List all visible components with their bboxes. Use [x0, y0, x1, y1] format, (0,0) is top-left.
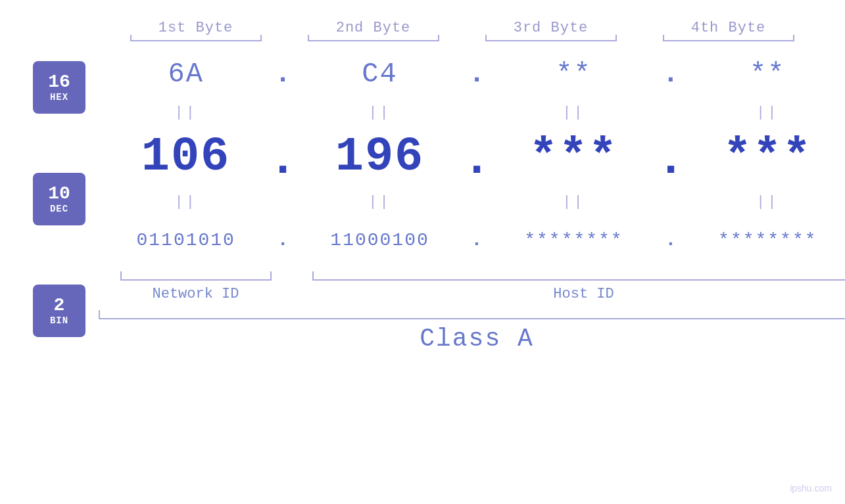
- equals-row-1: || || || ||: [99, 101, 845, 124]
- dec-cell-4: ***: [681, 130, 845, 184]
- base-badges-column: 16 HEX 10 DEC 2 BIN: [33, 48, 85, 337]
- hex-value-2: C4: [362, 58, 397, 90]
- bin-dot-2: .: [467, 230, 486, 250]
- equals-1-1: ||: [99, 104, 273, 121]
- byte-label-4: 4th Byte: [640, 20, 817, 36]
- hex-row: 6A . C4 . ** . **: [99, 48, 845, 101]
- class-label: Class A: [420, 325, 534, 353]
- hex-number: 16: [48, 72, 70, 93]
- equals-2-1: ||: [99, 194, 273, 210]
- id-labels-section: Network ID Host ID: [99, 271, 845, 302]
- equals-row-2: || || || ||: [99, 190, 845, 214]
- network-bracket-lines: [120, 271, 272, 281]
- bin-cell-1: 01101010: [99, 230, 273, 250]
- bin-number: 2: [54, 296, 65, 316]
- byte-label-1: 1st Byte: [107, 20, 285, 36]
- bracket-line-4: [663, 40, 794, 41]
- bin-value-4: ********: [718, 230, 817, 250]
- dec-name: DEC: [50, 204, 68, 214]
- bracket-line-2: [308, 40, 439, 41]
- host-id-label: Host ID: [553, 286, 614, 302]
- dec-cell-3: ***: [487, 130, 661, 184]
- hex-dot-1: .: [273, 58, 292, 90]
- bin-badge: 2 BIN: [33, 285, 85, 337]
- watermark: ipshu.com: [790, 483, 832, 493]
- bracket-4: [640, 40, 817, 41]
- hex-name: HEX: [50, 92, 68, 103]
- dec-value-3: ***: [529, 130, 619, 184]
- bracket-line-3: [485, 40, 617, 41]
- host-bracket-lines: [312, 271, 845, 281]
- main-container: 1st Byte 2nd Byte 3rd Byte 4th Byte 16 H…: [0, 0, 845, 504]
- dec-cell-1: 106: [99, 130, 273, 184]
- equals-2-4: ||: [681, 194, 845, 210]
- dec-badge: 10 DEC: [33, 173, 85, 225]
- equals-2-2: ||: [293, 194, 467, 210]
- dec-row: 106 . 196 . *** . ***: [99, 124, 845, 190]
- bracket-3: [462, 40, 640, 41]
- network-id-bracket: Network ID: [99, 271, 293, 302]
- dec-number: 10: [48, 184, 70, 204]
- bin-cell-3: ********: [487, 230, 661, 250]
- dec-value-4: ***: [723, 130, 813, 184]
- byte-label-2: 2nd Byte: [285, 20, 462, 36]
- equals-1-4: ||: [681, 104, 845, 121]
- equals-1-2: ||: [293, 104, 467, 121]
- hex-value-1: 6A: [168, 58, 203, 90]
- bracket-line-1: [130, 40, 262, 41]
- equals-1-3: ||: [487, 104, 661, 121]
- dec-dot-3: .: [661, 133, 681, 187]
- hex-value-4: **: [750, 58, 785, 90]
- bracket-2: [285, 40, 462, 41]
- network-id-label: Network ID: [152, 286, 239, 302]
- class-section: Class A: [99, 310, 845, 353]
- bin-name: BIN: [50, 315, 68, 326]
- bin-dot-3: .: [661, 230, 680, 250]
- hex-cell-2: C4: [293, 58, 467, 90]
- dec-cell-2: 196: [293, 130, 467, 184]
- dec-value-1: 106: [141, 130, 231, 184]
- dec-dot-2: .: [467, 133, 487, 187]
- bin-cell-2: 11000100: [293, 230, 467, 250]
- hex-dot-3: .: [661, 58, 680, 90]
- bracket-1: [107, 40, 285, 41]
- hex-cell-4: **: [681, 58, 845, 90]
- equals-2-3: ||: [487, 194, 661, 210]
- dec-value-2: 196: [335, 130, 425, 184]
- data-rows-wrapper: 6A . C4 . ** . ** || ||: [99, 48, 845, 353]
- host-id-bracket: Host ID: [312, 271, 845, 302]
- hex-cell-3: **: [487, 58, 661, 90]
- top-brackets-row: [39, 40, 845, 41]
- bin-value-1: 01101010: [136, 230, 235, 250]
- hex-value-3: **: [556, 58, 591, 90]
- hex-dot-2: .: [467, 58, 486, 90]
- bin-cell-4: ********: [681, 230, 845, 250]
- byte-labels-row: 1st Byte 2nd Byte 3rd Byte 4th Byte: [39, 0, 845, 36]
- byte-label-3: 3rd Byte: [462, 20, 640, 36]
- bin-dot-1: .: [273, 230, 292, 250]
- class-bracket: [99, 310, 845, 319]
- bin-row: 01101010 . 11000100 . ******** . *******…: [99, 214, 845, 266]
- bin-value-3: ********: [524, 230, 623, 250]
- hex-cell-1: 6A: [99, 58, 273, 90]
- hex-badge: 16 HEX: [33, 61, 85, 114]
- bin-value-2: 11000100: [330, 230, 429, 250]
- dec-dot-1: .: [273, 133, 293, 187]
